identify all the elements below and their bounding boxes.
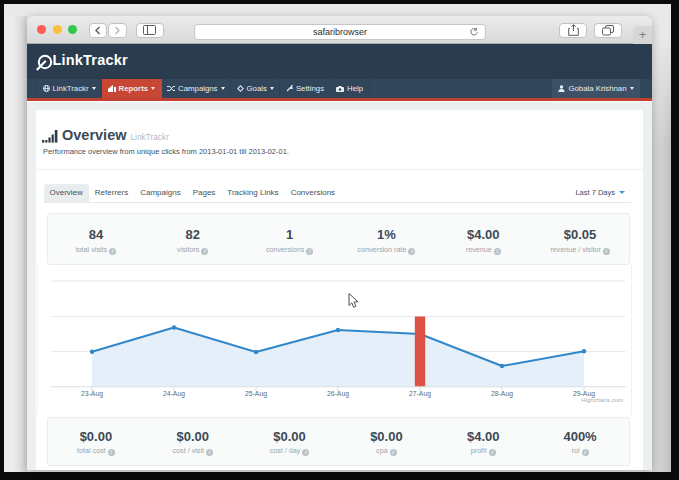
svg-text:23-Aug: 23-Aug <box>81 390 103 398</box>
svg-text:25-Aug: 25-Aug <box>245 390 267 398</box>
svg-text:27-Aug: 27-Aug <box>409 390 431 398</box>
svg-text:28-Aug: 28-Aug <box>491 390 513 398</box>
svg-text:Highcharts.com: Highcharts.com <box>581 397 623 403</box>
svg-text:26-Aug: 26-Aug <box>327 390 349 398</box>
svg-text:24-Aug: 24-Aug <box>163 390 185 398</box>
